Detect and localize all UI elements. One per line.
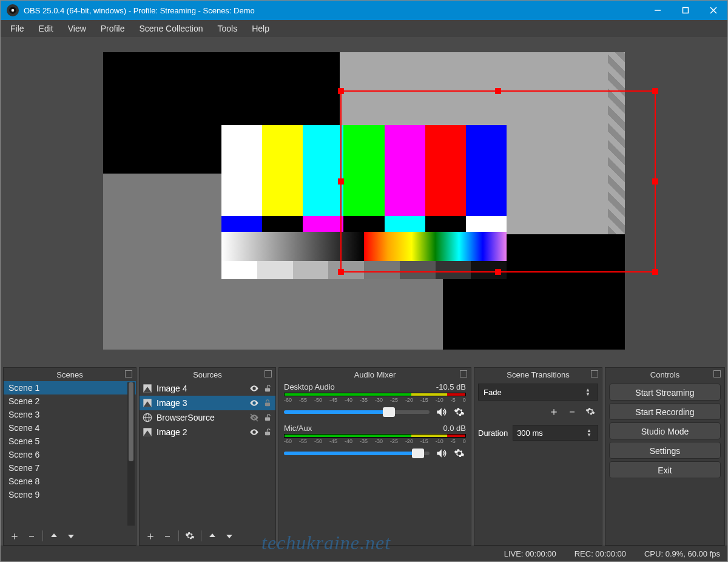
lock-toggle[interactable] bbox=[262, 427, 273, 438]
speaker-icon[interactable] bbox=[434, 447, 448, 460]
popout-icon[interactable] bbox=[460, 370, 467, 377]
selection-rectangle[interactable] bbox=[340, 90, 656, 273]
menu-file[interactable]: File bbox=[3, 21, 32, 36]
popout-icon[interactable] bbox=[591, 370, 598, 377]
lock-toggle[interactable] bbox=[262, 383, 273, 394]
menu-edit[interactable]: Edit bbox=[32, 21, 61, 36]
mixer-channel: Mic/Aux0.0 dB -60-55-50-45-40-35-30-25-2… bbox=[279, 422, 471, 464]
visibility-toggle[interactable] bbox=[249, 398, 260, 408]
handle-br[interactable] bbox=[652, 269, 658, 275]
status-live: LIVE: 00:00:00 bbox=[504, 549, 556, 558]
scene-item[interactable]: Scene 2 bbox=[4, 394, 136, 408]
source-remove-button[interactable]: － bbox=[159, 528, 176, 544]
maximize-button[interactable] bbox=[672, 1, 699, 20]
image-icon bbox=[142, 427, 153, 438]
menu-view[interactable]: View bbox=[61, 21, 93, 36]
speaker-icon[interactable] bbox=[434, 405, 448, 419]
scene-item[interactable]: Scene 4 bbox=[4, 421, 136, 435]
gear-icon[interactable] bbox=[453, 405, 466, 419]
channel-db: 0.0 dB bbox=[443, 424, 466, 433]
scene-item[interactable]: Scene 6 bbox=[4, 448, 136, 461]
channel-name: Desktop Audio bbox=[284, 382, 335, 391]
status-rec: REC: 00:00:00 bbox=[575, 549, 626, 558]
gear-icon[interactable] bbox=[453, 447, 466, 460]
channel-db: -10.5 dB bbox=[436, 382, 466, 391]
visibility-toggle[interactable] bbox=[249, 383, 260, 394]
handle-ml[interactable] bbox=[338, 178, 344, 185]
minimize-button[interactable] bbox=[644, 1, 672, 20]
menu-help[interactable]: Help bbox=[244, 21, 277, 36]
transition-settings-button[interactable] bbox=[582, 404, 598, 419]
scene-item[interactable]: Scene 8 bbox=[4, 475, 136, 488]
handle-mr[interactable] bbox=[652, 178, 658, 185]
dock-controls-title: Controls bbox=[650, 370, 679, 379]
scene-list[interactable]: Scene 1Scene 2Scene 3Scene 4Scene 5Scene… bbox=[4, 381, 136, 527]
dock-mixer-title: Audio Mixer bbox=[354, 370, 396, 379]
scene-movedown-button[interactable] bbox=[62, 528, 79, 544]
source-add-button[interactable]: ＋ bbox=[142, 528, 159, 544]
transition-add-button[interactable]: ＋ bbox=[546, 404, 562, 419]
handle-tl[interactable] bbox=[338, 88, 344, 94]
source-item[interactable]: Image 2 bbox=[140, 425, 275, 439]
scene-add-button[interactable]: ＋ bbox=[6, 528, 23, 544]
svg-rect-7 bbox=[265, 388, 270, 391]
lock-toggle[interactable] bbox=[262, 412, 273, 423]
source-item[interactable]: Image 3 bbox=[140, 396, 275, 410]
handle-bm[interactable] bbox=[495, 269, 501, 275]
image-icon bbox=[142, 383, 153, 394]
scene-item[interactable]: Scene 7 bbox=[4, 461, 136, 475]
popout-icon[interactable] bbox=[265, 370, 272, 377]
source-moveup-button[interactable] bbox=[204, 528, 221, 544]
scrollbar-thumb[interactable] bbox=[129, 382, 133, 461]
source-label: Image 3 bbox=[157, 398, 187, 408]
volume-slider[interactable] bbox=[284, 410, 430, 414]
duration-value: 300 ms bbox=[517, 428, 543, 438]
handle-tm[interactable] bbox=[495, 88, 501, 94]
duration-label: Duration bbox=[478, 428, 508, 438]
menu-scene-collection[interactable]: Scene Collection bbox=[132, 21, 210, 36]
volume-slider[interactable] bbox=[284, 452, 430, 455]
preview-area[interactable] bbox=[1, 37, 727, 365]
handle-tr[interactable] bbox=[652, 88, 658, 94]
scene-remove-button[interactable]: － bbox=[23, 528, 40, 544]
source-list[interactable]: Image 4 Image 3 BrowserSource Image 2 bbox=[140, 381, 275, 439]
control-button-studio-mode[interactable]: Studio Mode bbox=[609, 422, 721, 439]
source-label: Image 4 bbox=[157, 384, 187, 393]
docks-row: Scenes Scene 1Scene 2Scene 3Scene 4Scene… bbox=[1, 365, 727, 546]
status-cpu: CPU: 0.9%, 60.00 fps bbox=[644, 549, 720, 558]
control-button-exit[interactable]: Exit bbox=[609, 461, 721, 478]
popout-icon[interactable] bbox=[713, 370, 721, 377]
menubar: File Edit View Profile Scene Collection … bbox=[1, 20, 727, 37]
svg-rect-3 bbox=[683, 8, 689, 13]
svg-rect-16 bbox=[265, 432, 270, 435]
lock-toggle[interactable] bbox=[262, 398, 273, 408]
source-properties-button[interactable] bbox=[181, 528, 198, 544]
dropdown-arrows-icon: ▲▼ bbox=[583, 388, 593, 396]
scene-moveup-button[interactable] bbox=[46, 528, 62, 544]
control-button-settings[interactable]: Settings bbox=[609, 442, 721, 459]
transition-select[interactable]: Fade ▲▼ bbox=[478, 384, 598, 401]
popout-icon[interactable] bbox=[125, 370, 132, 377]
control-button-start-recording[interactable]: Start Recording bbox=[609, 403, 721, 420]
scene-item[interactable]: Scene 5 bbox=[4, 435, 136, 448]
control-button-start-streaming[interactable]: Start Streaming bbox=[609, 384, 721, 401]
duration-spinbox[interactable]: 300 ms ▲▼ bbox=[513, 425, 598, 441]
meter-ticks: -60-55-50-45-40-35-30-25-20-15-10-50 bbox=[284, 397, 466, 403]
menu-profile[interactable]: Profile bbox=[93, 21, 132, 36]
close-button[interactable] bbox=[699, 1, 727, 20]
scenes-scrollbar[interactable] bbox=[127, 382, 135, 526]
menu-tools[interactable]: Tools bbox=[211, 21, 245, 36]
visibility-toggle[interactable] bbox=[249, 412, 260, 423]
visibility-toggle[interactable] bbox=[249, 427, 260, 438]
dock-scenes-title: Scenes bbox=[56, 370, 83, 379]
source-label: Image 2 bbox=[157, 427, 187, 437]
source-item[interactable]: Image 4 bbox=[140, 381, 275, 396]
handle-bl[interactable] bbox=[338, 269, 344, 275]
transition-remove-button[interactable]: － bbox=[564, 404, 580, 419]
titlebar[interactable]: OBS 25.0.4 (64-bit, windows) - Profile: … bbox=[1, 1, 727, 20]
source-item[interactable]: BrowserSource bbox=[140, 410, 275, 425]
source-movedown-button[interactable] bbox=[221, 528, 238, 544]
scene-item[interactable]: Scene 3 bbox=[4, 408, 136, 421]
scene-item[interactable]: Scene 9 bbox=[4, 488, 136, 501]
scene-item[interactable]: Scene 1 bbox=[4, 381, 136, 394]
